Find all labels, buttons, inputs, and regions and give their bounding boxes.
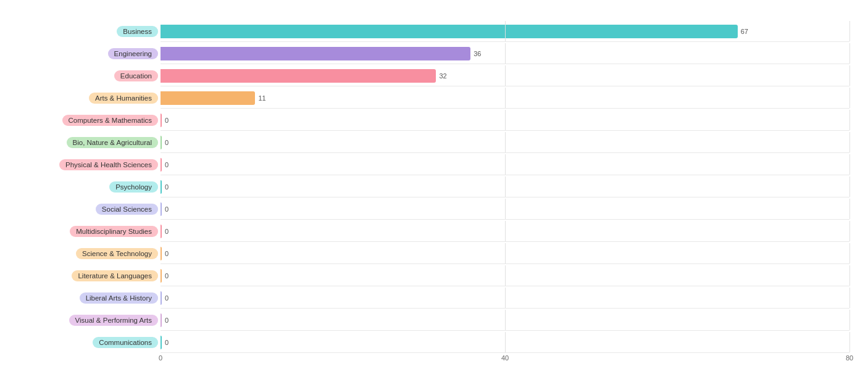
label-container-liberal: Liberal Arts & History — [19, 292, 161, 304]
bar-fill-science — [161, 247, 162, 260]
chart-container: Business67Engineering36Education32Arts &… — [0, 0, 868, 390]
label-pill-literature: Literature & Languages — [72, 270, 158, 281]
x-tick-0: 0 — [159, 354, 162, 362]
label-pill-computers: Computers & Mathematics — [62, 115, 159, 126]
bar-row-social: Social Sciences0 — [19, 199, 849, 220]
bar-track-multidisciplinary: 0 — [161, 221, 849, 242]
bar-fill-computers — [161, 114, 162, 127]
bar-value-bio: 0 — [165, 139, 169, 146]
bar-track-psychology: 0 — [161, 176, 849, 197]
label-pill-psychology: Psychology — [109, 181, 158, 193]
bar-value-multidisciplinary: 0 — [165, 228, 169, 235]
label-pill-social: Social Sciences — [96, 204, 158, 215]
bar-value-science: 0 — [165, 250, 169, 257]
bar-row-liberal: Liberal Arts & History0 — [19, 288, 849, 309]
bar-fill-physical — [161, 158, 162, 172]
bar-track-computers: 0 — [161, 110, 849, 131]
bar-track-literature: 0 — [161, 265, 849, 286]
label-pill-visual: Visual & Performing Arts — [69, 315, 158, 326]
label-container-physical: Physical & Health Sciences — [19, 159, 161, 170]
bar-row-science: Science & Technology0 — [19, 243, 849, 264]
bar-fill-engineering — [161, 47, 470, 60]
bar-row-engineering: Engineering36 — [19, 43, 849, 64]
label-container-engineering: Engineering — [19, 48, 161, 59]
bar-fill-multidisciplinary — [161, 225, 162, 238]
bar-row-arts-humanities: Arts & Humanities11 — [19, 88, 849, 109]
bar-value-social: 0 — [165, 205, 169, 213]
bar-fill-business — [161, 25, 738, 38]
bar-row-literature: Literature & Languages0 — [19, 265, 849, 286]
bar-value-arts-humanities: 11 — [258, 94, 265, 102]
x-tick-80: 80 — [846, 354, 853, 362]
label-pill-engineering: Engineering — [108, 48, 158, 59]
label-pill-arts-humanities: Arts & Humanities — [89, 93, 158, 104]
bar-track-communications: 0 — [161, 332, 849, 353]
label-container-education: Education — [19, 70, 161, 81]
bar-track-business: 67 — [161, 21, 849, 42]
label-container-arts-humanities: Arts & Humanities — [19, 93, 161, 104]
bar-track-science: 0 — [161, 243, 849, 264]
label-pill-liberal: Liberal Arts & History — [80, 292, 158, 304]
bar-row-psychology: Psychology0 — [19, 176, 849, 197]
x-tick-40: 40 — [501, 354, 509, 362]
bar-row-bio: Bio, Nature & Agricultural0 — [19, 132, 849, 153]
bar-track-bio: 0 — [161, 132, 849, 153]
label-container-social: Social Sciences — [19, 204, 161, 215]
bar-fill-communications — [161, 336, 162, 349]
bar-value-visual: 0 — [165, 317, 169, 324]
bar-row-computers: Computers & Mathematics0 — [19, 110, 849, 131]
bar-track-visual: 0 — [161, 310, 849, 331]
label-container-literature: Literature & Languages — [19, 270, 161, 281]
bar-row-physical: Physical & Health Sciences0 — [19, 154, 849, 175]
bar-value-education: 32 — [439, 72, 446, 80]
bar-row-business: Business67 — [19, 21, 849, 42]
bar-row-multidisciplinary: Multidisciplinary Studies0 — [19, 221, 849, 242]
bar-fill-visual — [161, 313, 162, 327]
label-pill-communications: Communications — [93, 337, 158, 348]
label-container-psychology: Psychology — [19, 181, 161, 193]
label-pill-science: Science & Technology — [76, 248, 158, 259]
bar-value-computers: 0 — [165, 117, 169, 124]
bars-area: Business67Engineering36Education32Arts &… — [19, 21, 849, 353]
bar-value-literature: 0 — [165, 272, 169, 280]
bar-track-liberal: 0 — [161, 288, 849, 309]
label-pill-education: Education — [114, 70, 158, 81]
bar-value-liberal: 0 — [165, 294, 169, 302]
bar-fill-arts-humanities — [161, 91, 255, 105]
x-axis: 04080 — [161, 354, 849, 367]
bar-track-education: 32 — [161, 65, 849, 86]
label-container-multidisciplinary: Multidisciplinary Studies — [19, 226, 161, 237]
bar-value-communications: 0 — [165, 339, 169, 346]
bar-track-arts-humanities: 11 — [161, 88, 849, 109]
bar-track-social: 0 — [161, 199, 849, 220]
bar-fill-social — [161, 202, 162, 216]
bar-fill-education — [161, 69, 436, 83]
label-container-science: Science & Technology — [19, 248, 161, 259]
bar-fill-liberal — [161, 291, 162, 305]
label-pill-physical: Physical & Health Sciences — [59, 159, 158, 170]
bar-track-physical: 0 — [161, 154, 849, 175]
bar-value-business: 67 — [741, 28, 748, 35]
bar-row-communications: Communications0 — [19, 332, 849, 353]
bar-fill-literature — [161, 269, 162, 283]
label-pill-bio: Bio, Nature & Agricultural — [67, 137, 158, 148]
bar-row-visual: Visual & Performing Arts0 — [19, 310, 849, 331]
label-container-communications: Communications — [19, 337, 161, 348]
bar-value-psychology: 0 — [165, 183, 169, 191]
bar-row-education: Education32 — [19, 65, 849, 86]
bar-fill-bio — [161, 136, 162, 149]
bar-value-physical: 0 — [165, 161, 169, 168]
label-pill-multidisciplinary: Multidisciplinary Studies — [70, 226, 158, 237]
label-container-computers: Computers & Mathematics — [19, 115, 161, 126]
label-container-visual: Visual & Performing Arts — [19, 315, 161, 326]
bar-fill-psychology — [161, 180, 162, 194]
label-container-business: Business — [19, 26, 161, 37]
label-pill-business: Business — [117, 26, 158, 37]
bar-value-engineering: 36 — [474, 50, 481, 57]
label-container-bio: Bio, Nature & Agricultural — [19, 137, 161, 148]
bar-track-engineering: 36 — [161, 43, 849, 64]
